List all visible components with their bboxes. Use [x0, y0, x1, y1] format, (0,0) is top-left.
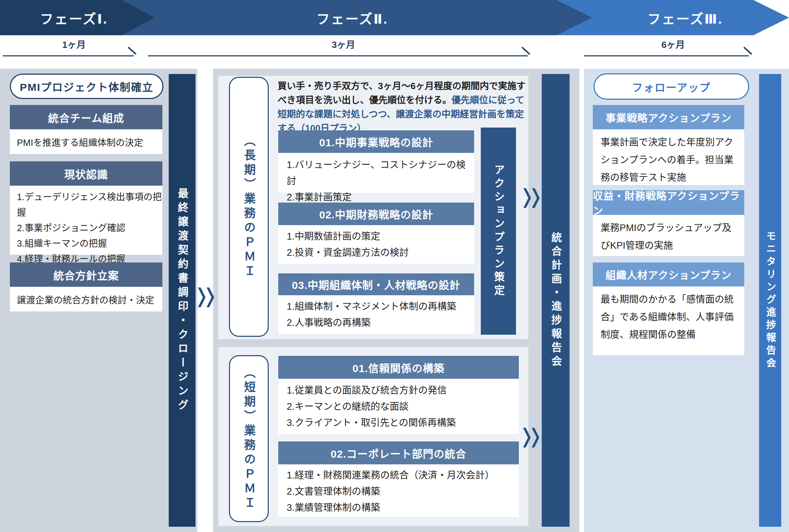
double-chevron-icon	[198, 287, 214, 307]
phase3-pill-title: フォローアップ	[594, 73, 749, 100]
short-term-box2-body: 1.経理・財務関連業務の統合（決済・月次会計） 2.文書管理体制の構築 3.業績…	[278, 464, 519, 517]
phase3-block2-body: 業務PMIのブラッシュアップ及びKPI管理の実施	[593, 215, 744, 256]
long-term-box2-header: 02.中期財務戦略の設計	[278, 203, 474, 225]
list-item: 3.業績管理体制の構築	[287, 500, 519, 516]
list-item: 2.事業ポジショニング確認	[17, 220, 162, 236]
short-term-box1-header: 01.信頼関係の構築	[278, 356, 519, 379]
long-term-box3-header: 03.中期組織体制・人材戦略の設計	[278, 273, 474, 295]
list-item: 2.キーマンとの継続的な面談	[287, 398, 519, 415]
list-item: 1.中期数値計画の策定	[287, 228, 474, 245]
phase1-block3-body: 譲渡企業の統合方針の検討・決定	[10, 287, 162, 311]
long-term-box1-header: 01.中期事業戦略の設計	[278, 130, 474, 153]
list-item: 3.クライアント・取引先との関係再構築	[287, 415, 519, 431]
phase1-milestone-label: 最終譲渡契約書調印・クロージング	[174, 188, 190, 413]
list-item: 3.組織キーマンの把握	[17, 236, 162, 251]
phase1-block2-body: 1.デューデリジェンス検出事項の把握 2.事業ポジショニング確認 3.組織キーマ…	[10, 186, 162, 255]
list-item: 2.人事戦略の再構築	[287, 315, 474, 331]
phase2-arrow: フェーズⅡ.	[122, 0, 604, 35]
list-item: 2.投資・資金調達方法の検討	[287, 245, 474, 261]
phase2-timeline-rule	[148, 55, 528, 56]
phase3-timeline-rule	[584, 55, 749, 56]
phase1-block3-header: 統合方針立案	[10, 262, 162, 287]
phase1-duration: 1ヶ月	[0, 37, 148, 50]
phase1-block1-header: 統合チーム組成	[10, 105, 162, 129]
phase1-milestone-bar: 最終譲渡契約書調印・クロージング	[169, 74, 195, 527]
action-plan-bar: アクションプラン策定	[481, 128, 516, 335]
phase1-timeline-rule	[3, 55, 134, 56]
phase2-intro-text: 買い手・売り手双方で、3ヶ月〜6ヶ月程度の期間内で実施すべき項目を洗い出し、優先…	[278, 79, 529, 135]
phase3-milestone-bar: モニタリング進捗報告会	[759, 74, 781, 527]
action-plan-label: アクションプラン策定	[491, 164, 506, 298]
list-item: 1.デューデリジェンス検出事項の把握	[17, 189, 162, 220]
list-item: 1.経理・財務関連業務の統合（決済・月次会計）	[287, 467, 519, 483]
phase3-milestone-label: モニタリング進捗報告会	[763, 231, 777, 370]
short-term-box1-body: 1.従業員との面談及び統合方針の発信 2.キーマンとの継続的な面談 3.クライア…	[278, 379, 519, 434]
phase1-block1-body: PMIを推進する組織体制の決定	[10, 129, 162, 154]
list-item: 1.組織体制・マネジメント体制の再構築	[287, 298, 474, 315]
list-item: 2.文書管理体制の構築	[287, 483, 519, 500]
phase3-block1-header: 事業戦略アクションプラン	[593, 105, 744, 129]
phase3-block3-body: 最も期間のかかる「感情面の統合」である組織体制、人事評価制度、規程関係の整備	[593, 286, 744, 355]
pmi-timeline-diagram: フェーズⅠ. フェーズⅡ. フェーズⅢ. 1ヶ月 3ヶ月 6ヶ月 PMIプロジェ…	[0, 0, 789, 532]
phase3-block1-body: 事業計画で決定した年度別アクションプランへの着手。担当業務の移管テスト実施	[593, 129, 744, 185]
short-term-box2-header: 02.コーポレート部門の統合	[278, 441, 519, 464]
phase2-duration: 3ヶ月	[148, 37, 539, 50]
phase3-duration: 6ヶ月	[583, 37, 763, 50]
short-term-pmi-label: （短期）業務のＰＭＩ	[229, 355, 269, 522]
phase2-milestone-label: 統合計画・進捗報告会	[548, 232, 564, 369]
long-term-box1-body: 1.バリューシナジー、コストシナジーの検討 2.事業計画策定	[278, 153, 474, 193]
list-item: 1.従業員との面談及び統合方針の発信	[287, 382, 519, 398]
double-chevron-icon	[523, 428, 539, 447]
phase1-label: フェーズⅠ.	[40, 8, 108, 27]
phase3-block3-header: 組織人材アクションプラン	[593, 262, 744, 286]
phase3-block2-header: 収益・財務戦略アクションプラン	[593, 190, 744, 215]
double-chevron-icon	[523, 188, 540, 208]
phase2-label: フェーズⅡ.	[316, 8, 388, 27]
phase1-block2-header: 現状認識	[10, 161, 162, 186]
list-item: 1.バリューシナジー、コストシナジーの検討	[287, 157, 474, 189]
long-term-box3-body: 1.組織体制・マネジメント体制の再構築 2.人事戦略の再構築	[278, 295, 474, 334]
phase3-label: フェーズⅢ.	[647, 8, 723, 27]
long-term-pmi-label: （長期）業務のＰＭＩ	[229, 77, 269, 337]
phase2-milestone-bar: 統合計画・進捗報告会	[542, 74, 570, 527]
phase1-pill-title: PMIプロジェクト体制確立	[10, 74, 163, 99]
long-term-box2-body: 1.中期数値計画の策定 2.投資・資金調達方法の検討	[278, 225, 474, 264]
